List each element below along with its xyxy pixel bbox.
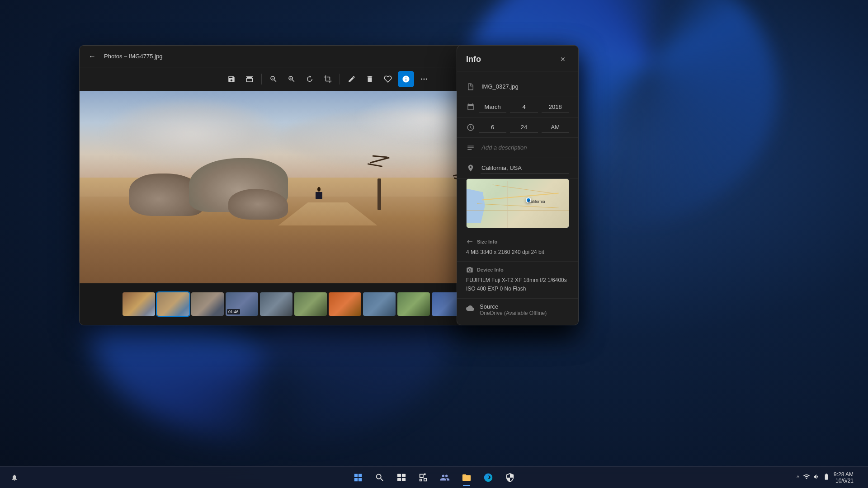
thumb-bg <box>397 292 430 316</box>
device-info-section: Device Info FUJIFILM Fuji X-T2 XF 18mm f… <box>457 262 578 298</box>
zoom-out-button[interactable] <box>265 71 282 87</box>
widgets-button[interactable] <box>413 468 433 488</box>
cloud-icon <box>466 304 474 314</box>
teams-button[interactable] <box>435 468 455 488</box>
toolbar-divider-2 <box>340 74 340 84</box>
volume-icon <box>813 473 820 482</box>
person-legs <box>316 192 322 199</box>
thumbnail-7[interactable] <box>329 292 361 316</box>
album-icon <box>245 75 254 83</box>
battery-icon <box>823 473 830 482</box>
camera-icon <box>466 266 473 273</box>
title-bar-left: ← Photos – IMG4775.jpg <box>85 49 460 64</box>
browser-button[interactable] <box>478 468 498 488</box>
teams-icon <box>440 473 450 483</box>
description-input[interactable] <box>481 142 569 153</box>
device-info-title: Device Info <box>466 266 569 273</box>
date-month: March <box>479 102 506 113</box>
security-icon <box>505 473 515 483</box>
notification-icon[interactable] <box>7 470 22 485</box>
widgets-icon <box>418 473 428 483</box>
thumbnail-6[interactable] <box>294 292 327 316</box>
thumb-bg <box>294 292 327 316</box>
explorer-icon <box>462 473 472 483</box>
zoom-in-button[interactable] <box>283 71 300 87</box>
taskbar-time: 9:28 AM <box>834 471 854 478</box>
thumbnail-4[interactable]: 01:46 <box>226 292 258 316</box>
map-label: California <box>528 199 545 204</box>
search-taskbar-button[interactable] <box>370 468 390 488</box>
taskview-button[interactable] <box>392 468 411 488</box>
date-year: 2018 <box>542 102 569 113</box>
app-title: Photos – IMG4775.jpg <box>104 53 162 60</box>
thumbnail-8[interactable] <box>363 292 396 316</box>
info-button[interactable] <box>398 71 414 87</box>
thumbnail-1[interactable] <box>123 292 155 316</box>
source-title: Source <box>480 303 569 310</box>
back-button[interactable]: ← <box>85 49 99 64</box>
person-head <box>317 187 321 192</box>
svg-rect-3 <box>397 474 401 476</box>
taskview-icon <box>396 473 406 483</box>
view-album-button[interactable] <box>241 71 258 87</box>
size-info-content: 4 MB 3840 x 2160 240 dpi 24 bit <box>466 248 569 257</box>
crop-button[interactable] <box>320 71 336 87</box>
svg-point-1 <box>424 79 425 80</box>
location-text: California, USA <box>481 163 569 174</box>
filename-row <box>457 77 578 97</box>
delete-button[interactable] <box>362 71 378 87</box>
size-icon <box>466 238 473 245</box>
edit-button[interactable] <box>344 71 360 87</box>
taskbar-datetime[interactable]: 9:28 AM 10/6/21 <box>834 471 854 484</box>
size-info-section: Size Info 4 MB 3840 x 2160 240 dpi 24 bi… <box>457 234 578 262</box>
info-icon <box>402 75 410 83</box>
system-tray-expand[interactable]: ^ <box>797 474 799 481</box>
description-icon <box>466 143 475 152</box>
time-minute: 24 <box>510 122 538 133</box>
favorite-button[interactable] <box>380 71 396 87</box>
save-copy-button[interactable] <box>223 71 240 87</box>
info-panel-header: Info ✕ <box>457 46 578 71</box>
svg-rect-4 <box>402 474 406 476</box>
thumbnail-3[interactable] <box>191 292 224 316</box>
date-row: March 4 2018 <box>457 97 578 117</box>
more-button[interactable] <box>416 71 432 87</box>
size-info-title: Size Info <box>466 238 569 245</box>
toolbar-divider-1 <box>261 74 262 84</box>
more-icon <box>420 75 428 83</box>
source-content: Source OneDrive (Available Offline) <box>480 303 569 316</box>
filename-input[interactable] <box>481 81 569 92</box>
map-road-2 <box>477 204 559 208</box>
windows-logo <box>353 473 363 483</box>
rotate-button[interactable] <box>302 71 318 87</box>
info-panel-content: March 4 2018 6 24 AM California, USA <box>457 71 578 325</box>
taskbar-left <box>7 470 22 485</box>
taskbar: ^ 9:28 AM 10/6/21 <box>0 466 868 488</box>
system-tray-icons <box>803 473 830 482</box>
thumb-bg <box>329 292 361 316</box>
save-icon <box>227 75 236 83</box>
thumbnail-9[interactable] <box>397 292 430 316</box>
clock-icon <box>466 123 475 132</box>
thumbnail-5[interactable] <box>260 292 292 316</box>
time-ampm: AM <box>542 122 569 133</box>
start-button[interactable] <box>348 468 368 488</box>
thumb-bg <box>260 292 292 316</box>
crop-icon <box>324 75 332 83</box>
location-row: California, USA <box>457 158 578 178</box>
thumb-bg <box>157 292 189 316</box>
explorer-button[interactable] <box>457 468 476 488</box>
heart-icon <box>384 75 392 83</box>
map-container[interactable]: California <box>466 178 569 228</box>
time-hour: 6 <box>479 122 506 133</box>
person <box>313 187 325 210</box>
calendar-icon <box>466 103 475 112</box>
thumbnail-2[interactable] <box>157 292 189 316</box>
security-button[interactable] <box>500 468 520 488</box>
cloud-1 <box>104 100 278 168</box>
map-road-3 <box>492 184 553 193</box>
rotate-icon <box>306 75 314 83</box>
device-info-line2: ISO 400 EXP 0 No Flash <box>466 285 569 293</box>
info-close-button[interactable]: ✕ <box>557 53 569 66</box>
zoom-out-icon <box>269 75 278 83</box>
